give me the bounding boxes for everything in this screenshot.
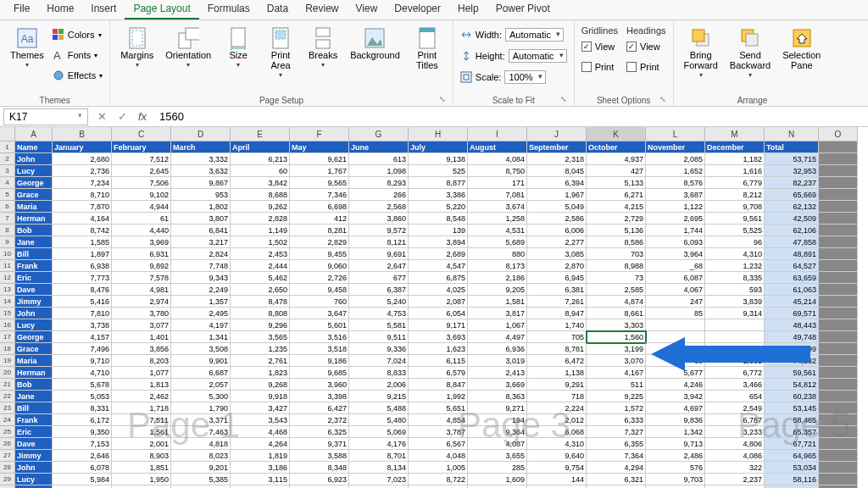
name-cell[interactable]: Frank bbox=[15, 414, 53, 426]
data-cell[interactable]: 3,632 bbox=[171, 165, 231, 177]
data-cell[interactable]: 9,268 bbox=[231, 379, 290, 391]
data-cell[interactable]: 9,350 bbox=[53, 426, 112, 438]
data-cell[interactable]: 2,647 bbox=[349, 260, 409, 272]
data-cell[interactable]: 4,164 bbox=[53, 213, 112, 225]
menu-tab-review[interactable]: Review bbox=[297, 0, 347, 19]
data-cell[interactable]: 6,567 bbox=[409, 438, 468, 450]
data-cell[interactable]: 9,703 bbox=[646, 474, 705, 485]
data-cell[interactable]: 4,246 bbox=[646, 379, 705, 391]
data-cell[interactable]: 3,942 bbox=[646, 391, 705, 402]
name-cell[interactable]: George bbox=[15, 177, 53, 189]
total-cell[interactable]: 65,357 bbox=[765, 426, 819, 438]
data-cell[interactable]: 1,149 bbox=[231, 225, 290, 236]
data-cell[interactable]: 3,186 bbox=[231, 462, 290, 474]
column-header[interactable]: L bbox=[646, 127, 705, 141]
data-cell[interactable]: 5,053 bbox=[53, 391, 112, 402]
data-cell[interactable]: 1,572 bbox=[587, 402, 646, 414]
data-cell[interactable]: 9,640 bbox=[527, 450, 587, 462]
data-cell[interactable]: 7,327 bbox=[587, 426, 646, 438]
data-cell[interactable]: 3,565 bbox=[231, 331, 290, 343]
total-cell[interactable]: 32,953 bbox=[765, 165, 819, 177]
data-cell[interactable]: 8,877 bbox=[409, 177, 468, 189]
data-cell[interactable]: 4,944 bbox=[112, 201, 171, 213]
name-cell[interactable]: Herman bbox=[15, 367, 53, 379]
name-cell[interactable]: Jimmy bbox=[15, 296, 53, 308]
data-cell[interactable]: 5,049 bbox=[527, 201, 587, 213]
row-header[interactable]: 24 bbox=[0, 414, 15, 426]
data-cell[interactable]: 3,085 bbox=[527, 248, 587, 260]
data-cell[interactable]: 4,753 bbox=[349, 308, 409, 319]
name-cell[interactable]: Maria bbox=[15, 201, 53, 213]
data-cell[interactable]: 880 bbox=[468, 248, 527, 260]
name-cell[interactable]: Grace bbox=[15, 343, 53, 355]
data-cell[interactable]: 60 bbox=[231, 165, 290, 177]
header-cell[interactable]: Name bbox=[15, 141, 53, 153]
data-cell[interactable]: 7,346 bbox=[290, 189, 349, 201]
data-cell[interactable]: 1,609 bbox=[468, 474, 527, 485]
data-cell[interactable]: 9,262 bbox=[231, 201, 290, 213]
data-cell[interactable]: 2,186 bbox=[468, 272, 527, 284]
data-cell[interactable]: 3,669 bbox=[468, 379, 527, 391]
data-cell[interactable]: 5,480 bbox=[349, 414, 409, 426]
data-cell[interactable]: 1,950 bbox=[112, 474, 171, 485]
data-cell[interactable]: 2,646 bbox=[53, 450, 112, 462]
data-cell[interactable]: 1,067 bbox=[468, 319, 527, 331]
total-cell[interactable]: 60,238 bbox=[765, 391, 819, 402]
total-cell[interactable]: 53,034 bbox=[765, 462, 819, 474]
data-cell[interactable]: 7,463 bbox=[171, 426, 231, 438]
data-cell[interactable]: 3,070 bbox=[587, 355, 646, 367]
data-cell[interactable]: 6,427 bbox=[290, 402, 349, 414]
data-cell[interactable]: 2,645 bbox=[112, 165, 171, 177]
menu-tab-developer[interactable]: Developer bbox=[386, 0, 449, 19]
header-cell[interactable]: January bbox=[53, 141, 112, 153]
header-cell[interactable]: February bbox=[112, 141, 171, 153]
name-cell[interactable]: Lucy bbox=[15, 165, 53, 177]
data-cell[interactable]: 6,271 bbox=[587, 189, 646, 201]
data-cell[interactable]: 1,138 bbox=[527, 367, 587, 379]
data-cell[interactable]: 5,069 bbox=[349, 426, 409, 438]
data-cell[interactable]: 3,842 bbox=[231, 177, 290, 189]
data-cell[interactable]: 8,173 bbox=[468, 260, 527, 272]
data-cell[interactable]: 4,167 bbox=[587, 367, 646, 379]
data-cell[interactable]: 9,225 bbox=[587, 391, 646, 402]
data-cell[interactable]: 9,713 bbox=[646, 438, 705, 450]
data-cell[interactable]: 4,067 bbox=[646, 284, 705, 296]
name-cell[interactable]: Jane bbox=[15, 391, 53, 402]
insert-function-button[interactable]: fx bbox=[132, 110, 153, 123]
data-cell[interactable]: 5,240 bbox=[349, 296, 409, 308]
data-cell[interactable]: 1,561 bbox=[112, 426, 171, 438]
header-cell[interactable]: April bbox=[231, 141, 290, 153]
data-cell[interactable]: 2,372 bbox=[290, 414, 349, 426]
row-header[interactable]: 23 bbox=[0, 402, 15, 414]
data-cell[interactable]: 6,875 bbox=[409, 272, 468, 284]
data-cell[interactable]: 5,133 bbox=[587, 177, 646, 189]
gridlines-view-check[interactable]: View bbox=[581, 37, 618, 56]
data-cell[interactable]: 4,937 bbox=[587, 153, 646, 165]
data-cell[interactable]: 2,828 bbox=[231, 213, 290, 225]
data-cell[interactable]: 4,710 bbox=[53, 367, 112, 379]
header-cell[interactable]: November bbox=[646, 141, 705, 153]
data-cell[interactable]: 9,336 bbox=[349, 343, 409, 355]
data-cell[interactable]: 9,271 bbox=[468, 402, 527, 414]
data-cell[interactable]: 8,688 bbox=[231, 189, 290, 201]
row-header[interactable]: 26 bbox=[0, 438, 15, 450]
data-cell[interactable]: 3,964 bbox=[646, 248, 705, 260]
row-header[interactable]: 12 bbox=[0, 272, 15, 284]
name-cell[interactable]: John bbox=[15, 462, 53, 474]
data-cell[interactable]: 6,325 bbox=[290, 426, 349, 438]
header-cell[interactable]: March bbox=[171, 141, 231, 153]
data-cell[interactable]: 2,249 bbox=[171, 284, 231, 296]
width-combo[interactable]: Automatic bbox=[505, 28, 564, 42]
data-cell[interactable]: 4,264 bbox=[231, 438, 290, 450]
data-cell[interactable]: 3,518 bbox=[290, 343, 349, 355]
data-cell[interactable]: 8,808 bbox=[231, 308, 290, 319]
data-cell[interactable]: 6,355 bbox=[587, 438, 646, 450]
data-cell[interactable]: 7,870 bbox=[53, 201, 112, 213]
data-cell[interactable]: 1,823 bbox=[231, 367, 290, 379]
data-cell[interactable]: 9,296 bbox=[231, 319, 290, 331]
data-cell[interactable]: 6,698 bbox=[290, 201, 349, 213]
data-cell[interactable]: 3,780 bbox=[112, 308, 171, 319]
data-cell[interactable]: 3,115 bbox=[231, 474, 290, 485]
size-button[interactable]: Size▾ bbox=[220, 25, 257, 70]
data-cell[interactable]: 3,077 bbox=[112, 319, 171, 331]
